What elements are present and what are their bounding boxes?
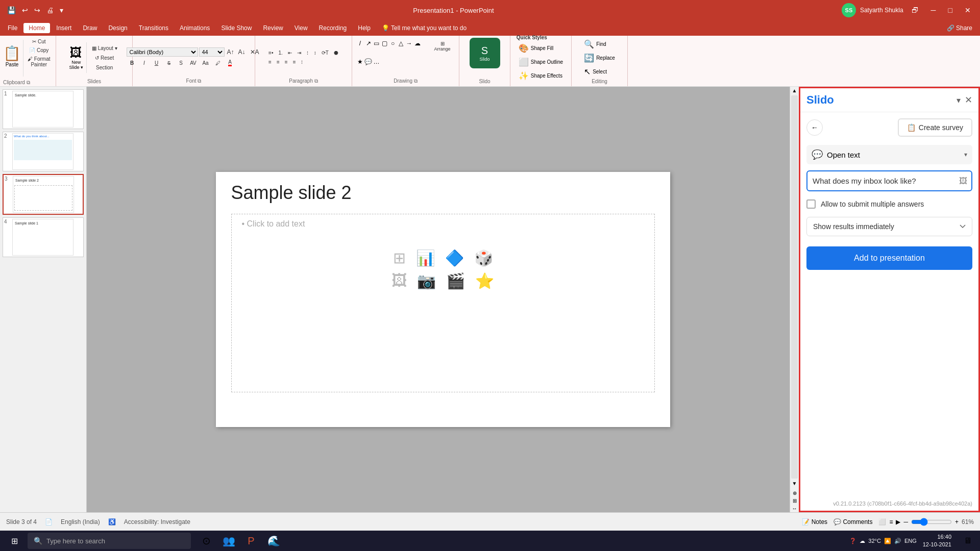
bullets-button[interactable]: ≡• <box>266 49 275 57</box>
add-to-presentation-button[interactable]: Add to presentation <box>806 246 972 270</box>
question-type-selector[interactable]: 💬 Open text ▾ <box>806 145 972 164</box>
taskbar-powerpoint-button[interactable]: P <box>241 531 261 551</box>
menu-recording[interactable]: Recording <box>314 23 352 33</box>
shape-star[interactable]: ★ <box>356 58 364 66</box>
slideshow-button[interactable]: ▶ <box>896 518 900 525</box>
char-spacing-button[interactable]: AV <box>188 59 199 67</box>
slide-canvas[interactable]: Sample slide 2 • Click to add text ⊞ 📊 🔷… <box>216 172 670 427</box>
font-color-button[interactable]: A <box>225 58 236 67</box>
slido-back-button[interactable]: ← <box>806 119 823 136</box>
fit-slide-3-button[interactable]: ↔ <box>790 505 799 512</box>
slido-ribbon-button[interactable]: S Slido <box>470 38 500 68</box>
menu-view[interactable]: View <box>289 23 313 33</box>
paste-button[interactable]: 📋 Paste <box>3 38 21 74</box>
shape-triangle[interactable]: △ <box>397 39 405 47</box>
chart-icon[interactable]: 📊 <box>416 249 435 267</box>
slido-close-button[interactable]: ✕ <box>965 94 972 106</box>
question-mark-icon[interactable]: ❓ <box>849 538 856 544</box>
print-button[interactable]: 🖨 <box>44 5 56 15</box>
shape-circle[interactable]: ○ <box>389 39 397 47</box>
menu-insert[interactable]: Insert <box>51 23 77 33</box>
menu-tell-me[interactable]: 💡 Tell me what you want to do <box>377 23 472 33</box>
font-name-select[interactable]: Calibri (Body) <box>127 47 198 57</box>
notes-button[interactable]: 📝 Notes <box>802 518 827 525</box>
picture-icon[interactable]: 🖼 <box>391 272 407 290</box>
menu-file[interactable]: File <box>3 23 22 33</box>
shape-effects-button[interactable]: ✨Shape Effects <box>517 70 565 82</box>
show-results-dropdown[interactable]: Show results immediately <box>806 217 972 236</box>
numbering-button[interactable]: 1. <box>276 49 284 57</box>
shape-right-arrow[interactable]: → <box>405 39 413 47</box>
bold-button[interactable]: B <box>127 59 138 67</box>
copy-button[interactable]: 📄 Copy <box>26 46 53 54</box>
cut-button[interactable]: ✂ Cut <box>26 38 53 45</box>
slide-thumb-3[interactable]: 3 Sample slide 2 <box>3 174 84 215</box>
undo-button[interactable]: ↩ <box>20 5 30 15</box>
line-spacing-button[interactable]: ↕ <box>312 49 318 57</box>
shape-cloud[interactable]: ☁ <box>413 39 422 47</box>
increase-indent-button[interactable]: ⇥ <box>295 49 303 57</box>
menu-home[interactable]: Home <box>23 23 50 33</box>
table-icon[interactable]: ⊞ <box>393 249 406 267</box>
align-right-button[interactable]: ≡ <box>283 58 290 66</box>
shape-arrow[interactable]: ↗ <box>364 39 373 47</box>
fit-slide-button[interactable]: ⊕ <box>790 489 799 497</box>
slide-thumb-4[interactable]: 4 Sample slide 1 <box>3 217 84 257</box>
restore-down-button[interactable]: 🗗 <box>908 5 923 15</box>
change-case-button[interactable]: Aa <box>200 59 211 67</box>
customize-quick-access[interactable]: ▾ <box>58 5 65 15</box>
zoom-slider[interactable] <box>911 518 952 526</box>
smartart-icon[interactable]: 🔷 <box>445 249 464 267</box>
layout-button[interactable]: ▦ Layout ▾ <box>90 44 119 52</box>
save-button[interactable]: 💾 <box>5 5 18 15</box>
question-input[interactable] <box>806 170 972 191</box>
show-desktop-button[interactable]: 🖥 <box>958 531 978 551</box>
replace-button[interactable]: 🔄Replace <box>582 52 617 64</box>
taskbar-search[interactable]: 🔍 Type here to search <box>28 533 191 549</box>
shape-fill-button[interactable]: 🎨Shape Fill <box>517 42 565 54</box>
redo-button[interactable]: ↪ <box>32 5 42 15</box>
start-button[interactable]: ⊞ <box>2 531 27 551</box>
font-size-select[interactable]: 44 <box>199 47 225 57</box>
shape-rounded-rect[interactable]: ▢ <box>381 39 389 47</box>
menu-design[interactable]: Design <box>103 23 132 33</box>
share-button[interactable]: 🔗 Share <box>942 24 977 32</box>
user-avatar[interactable]: SS <box>842 3 856 17</box>
align-center-button[interactable]: ≡ <box>275 58 282 66</box>
menu-review[interactable]: Review <box>258 23 288 33</box>
find-button[interactable]: 🔍Find <box>582 38 617 50</box>
minimize-button[interactable]: ─ <box>927 5 940 15</box>
menu-slideshow[interactable]: Slide Show <box>216 23 257 33</box>
strikethrough-button[interactable]: S̶ <box>163 59 175 67</box>
multiple-answers-checkbox[interactable] <box>806 199 816 209</box>
select-button[interactable]: ↖Select <box>582 66 617 78</box>
3d-model-icon[interactable]: 🎲 <box>474 249 493 267</box>
slido-panel-dropdown[interactable]: ▾ <box>957 95 961 105</box>
normal-view-button[interactable]: ⬜ <box>878 518 886 525</box>
align-left-button[interactable]: ≡ <box>266 58 274 66</box>
shape-line[interactable]: / <box>356 39 364 47</box>
section-button[interactable]: Section <box>90 64 119 71</box>
fit-slide-2-button[interactable]: ⊞ <box>790 497 799 505</box>
icon-icon[interactable]: ⭐ <box>475 272 494 290</box>
text-direction-button[interactable]: ⟳T <box>320 49 331 57</box>
image-upload-icon[interactable]: 🖼 <box>959 177 967 186</box>
maximize-button[interactable]: □ <box>944 5 957 15</box>
arrange-button[interactable]: ⊞Arrange <box>430 40 455 76</box>
volume-icon[interactable]: 🔊 <box>894 538 901 544</box>
underline-button[interactable]: U <box>151 59 162 67</box>
shape-more[interactable]: … <box>373 58 381 66</box>
zoom-in-button[interactable]: + <box>955 518 959 525</box>
decrease-font-button[interactable]: A↓ <box>237 47 247 57</box>
close-button[interactable]: ✕ <box>961 5 975 15</box>
slido-create-survey-button[interactable]: 📋 Create survey <box>898 118 972 137</box>
menu-draw[interactable]: Draw <box>78 23 102 33</box>
onedrive-icon[interactable]: ☁ <box>860 538 865 544</box>
comments-button[interactable]: 💬 Comments <box>834 518 872 525</box>
align-justify-button[interactable]: ≡ <box>291 58 298 66</box>
menu-animations[interactable]: Animations <box>175 23 215 33</box>
align-columns-button[interactable]: ⫶ <box>299 58 305 66</box>
accessibility-label[interactable]: Accessibility: Investigate <box>124 518 190 525</box>
text-highlight-button[interactable]: 🖊 <box>212 59 224 67</box>
shadow-button[interactable]: S <box>176 59 187 67</box>
